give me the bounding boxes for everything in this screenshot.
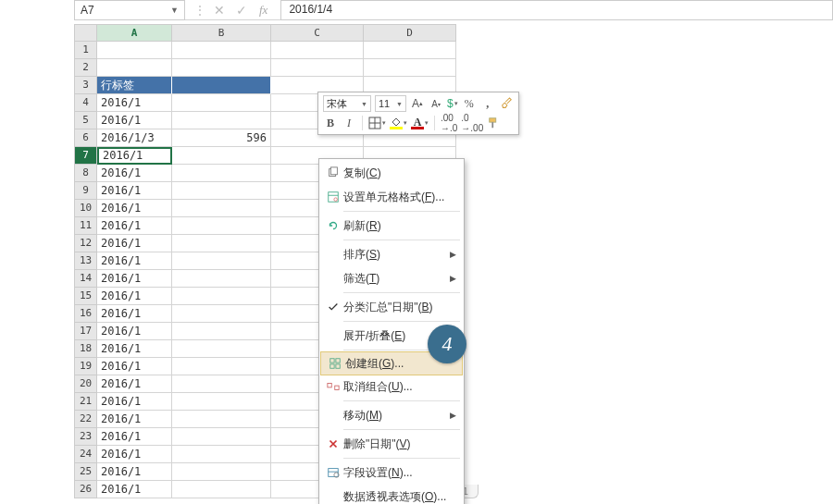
cell[interactable]: 2016/1 (97, 288, 172, 305)
increase-font-button[interactable]: A▴ (410, 95, 425, 112)
cell[interactable] (172, 411, 271, 428)
cell[interactable]: 2016/1 (97, 393, 172, 411)
row-header[interactable]: 12 (74, 235, 97, 252)
row-header[interactable]: 21 (74, 393, 97, 411)
row-header[interactable]: 13 (74, 252, 97, 270)
row-header[interactable]: 16 (74, 305, 97, 323)
cell[interactable] (172, 323, 271, 340)
name-box[interactable]: A7 ▼ (74, 0, 185, 20)
comma-style-button[interactable]: , (480, 95, 495, 112)
column-header-b[interactable]: B (172, 24, 271, 42)
row-header[interactable]: 25 (74, 463, 97, 481)
cell[interactable] (172, 42, 271, 59)
row-header[interactable]: 10 (74, 200, 97, 217)
cell[interactable] (172, 217, 271, 235)
cell[interactable]: 2016/1 (97, 94, 172, 112)
row-header[interactable]: 11 (74, 217, 97, 235)
select-all-corner[interactable] (74, 24, 97, 42)
cell[interactable] (172, 446, 271, 463)
column-header-d[interactable]: D (364, 24, 456, 42)
cell[interactable]: 2016/1 (97, 428, 172, 446)
cell[interactable]: 2016/1 (97, 200, 172, 217)
number-format-dropdown[interactable]: $▾ (447, 97, 458, 110)
cell[interactable] (172, 358, 271, 375)
percent-button[interactable]: % (462, 95, 477, 112)
cell[interactable] (172, 375, 271, 393)
formula-input[interactable]: 2016/1/4 (280, 0, 833, 20)
column-header-c[interactable]: C (271, 24, 364, 42)
row-header[interactable]: 26 (74, 481, 97, 498)
cell[interactable]: 2016/1 (97, 375, 172, 393)
fill-color-dropdown[interactable]: ▾ (390, 117, 407, 129)
row-header[interactable]: 7 (74, 147, 97, 165)
font-color-dropdown[interactable]: A ▾ (411, 117, 429, 129)
cell[interactable]: 2016/1 (97, 340, 172, 358)
row-header[interactable]: 24 (74, 446, 97, 463)
cell[interactable]: 2016/1 (97, 112, 172, 129)
cell[interactable] (172, 112, 271, 129)
cell[interactable]: 2016/1 (97, 270, 172, 288)
row-header[interactable]: 20 (74, 375, 97, 393)
row-header[interactable]: 5 (74, 112, 97, 129)
cell[interactable] (172, 59, 271, 77)
cancel-formula-icon[interactable]: ✕ (211, 3, 228, 18)
menu-item[interactable]: 数据透视表选项(O)... (319, 485, 464, 504)
cell[interactable] (172, 428, 271, 446)
cell[interactable]: 2016/1 (97, 252, 172, 270)
cell[interactable] (172, 200, 271, 217)
row-header[interactable]: 9 (74, 182, 97, 200)
row-header[interactable]: 17 (74, 323, 97, 340)
cell[interactable]: 2016/1 (97, 463, 172, 481)
cell[interactable] (172, 270, 271, 288)
cell[interactable] (172, 393, 271, 411)
menu-item[interactable]: 刷新(R) (319, 214, 464, 238)
menu-item[interactable]: 字段设置(N)... (319, 461, 464, 485)
cell[interactable] (364, 42, 456, 59)
menu-item[interactable]: 排序(S)▶ (319, 242, 464, 266)
font-size-dropdown[interactable]: 11 ▼ (375, 95, 406, 112)
cell[interactable] (271, 42, 364, 59)
row-header[interactable]: 18 (74, 340, 97, 358)
cell[interactable]: 2016/1/3 (97, 129, 172, 147)
cell[interactable] (364, 59, 456, 77)
cell[interactable]: 2016/1 (97, 147, 172, 165)
row-header[interactable]: 23 (74, 428, 97, 446)
column-header-a[interactable]: A (97, 24, 172, 42)
cell[interactable]: 2016/1 (97, 305, 172, 323)
row-header[interactable]: 14 (74, 270, 97, 288)
menu-item[interactable]: 移动(M)▶ (319, 403, 464, 427)
decrease-font-button[interactable]: A▾ (429, 95, 443, 112)
cell[interactable] (172, 481, 271, 498)
cell[interactable]: 2016/1 (97, 323, 172, 340)
menu-item[interactable]: 删除"日期"(V) (319, 432, 464, 456)
format-painter-button[interactable] (487, 115, 502, 131)
italic-button[interactable]: I (342, 115, 356, 131)
row-header[interactable]: 8 (74, 165, 97, 182)
row-header[interactable]: 3 (74, 77, 97, 94)
menu-item[interactable]: 分类汇总"日期"(B) (319, 295, 464, 319)
row-header[interactable]: 2 (74, 59, 97, 77)
decrease-decimal-button[interactable]: .00→.0 (441, 115, 457, 131)
increase-decimal-button[interactable]: .0→.00 (461, 115, 483, 131)
menu-item[interactable]: 取消组合(U)... (319, 375, 464, 399)
row-header[interactable]: 4 (74, 94, 97, 112)
row-header[interactable]: 6 (74, 129, 97, 147)
cell[interactable] (271, 59, 364, 77)
cell[interactable] (172, 463, 271, 481)
cell[interactable]: 596 (172, 129, 271, 147)
row-header[interactable]: 1 (74, 42, 97, 59)
cell[interactable] (172, 147, 271, 165)
row-header[interactable]: 15 (74, 288, 97, 305)
row-header[interactable]: 22 (74, 411, 97, 428)
cell[interactable]: 2016/1 (97, 411, 172, 428)
format-painter-icon[interactable] (499, 95, 514, 112)
cell[interactable] (172, 165, 271, 182)
cell[interactable]: 2016/1 (97, 481, 172, 498)
fx-icon[interactable]: fx (255, 3, 271, 18)
cell[interactable]: 2016/1 (97, 165, 172, 182)
menu-item[interactable]: 复制(C) (319, 161, 464, 185)
row-header[interactable]: 19 (74, 358, 97, 375)
menu-item[interactable]: 筛选(T)▶ (319, 266, 464, 290)
cell[interactable] (172, 340, 271, 358)
cell[interactable]: 2016/1 (97, 358, 172, 375)
